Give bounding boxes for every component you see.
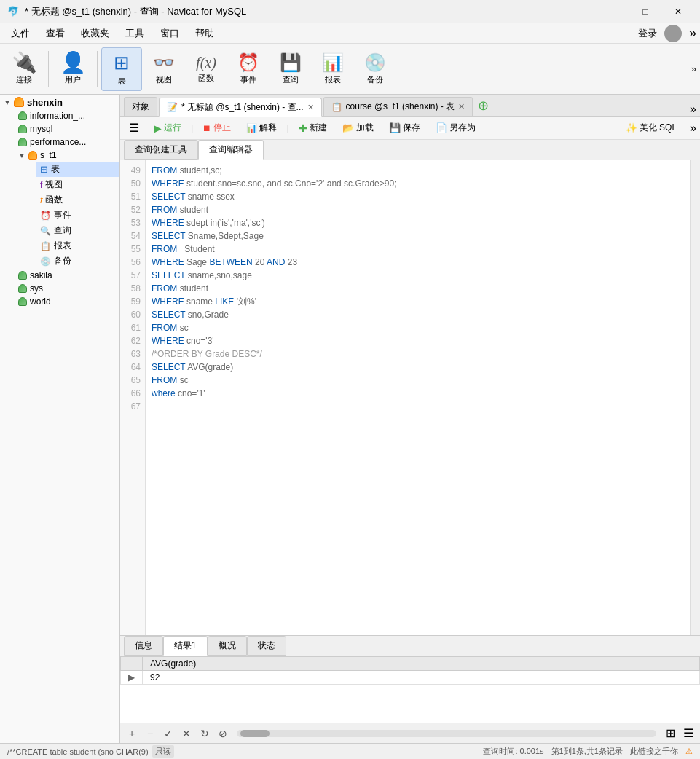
sidebar-item-view[interactable]: f 视图 bbox=[36, 177, 119, 192]
readonly-badge: 只读 bbox=[152, 745, 174, 758]
sakila-label: sakila bbox=[30, 270, 52, 280]
table-label: 表 bbox=[118, 76, 126, 87]
menu-favorites[interactable]: 收藏夹 bbox=[74, 25, 117, 42]
editor-scrollbar[interactable] bbox=[690, 160, 700, 635]
more-icon[interactable]: » bbox=[689, 25, 696, 41]
beautify-label: 美化 SQL bbox=[640, 122, 677, 134]
hamburger-button[interactable]: ☰ bbox=[124, 118, 144, 138]
code-editor[interactable]: FROM student,sc; WHERE student.sno=sc.sn… bbox=[146, 160, 690, 635]
tab-add-button[interactable]: ⊕ bbox=[474, 97, 492, 114]
sidebar-db-information[interactable]: information_... bbox=[15, 109, 119, 122]
menu-file[interactable]: 文件 bbox=[4, 25, 37, 42]
tab-query-active[interactable]: 📝 * 无标题 @s_t1 (shenxin) - 查... ✕ bbox=[159, 98, 322, 117]
backup-label: 备份 bbox=[367, 74, 383, 85]
explain-button[interactable]: 📊 解释 bbox=[240, 119, 283, 136]
sec-toolbar-more[interactable]: » bbox=[690, 122, 696, 135]
row-arrow: ▶ bbox=[121, 671, 143, 685]
shenxin-children: information_... mysql performance... ▼ s… bbox=[0, 109, 119, 308]
code-line-66: where cno='1' bbox=[152, 387, 684, 400]
save-button[interactable]: 💾 保存 bbox=[383, 119, 426, 136]
sidebar-item-event[interactable]: ⏰ 事件 bbox=[36, 208, 119, 223]
sidebar-item-table[interactable]: ⊞ 表 bbox=[36, 162, 119, 177]
view-icon: 👓 bbox=[153, 52, 175, 73]
query-item-label: 查询 bbox=[54, 224, 71, 237]
toolbar-function[interactable]: f(x) 函数 bbox=[186, 47, 227, 91]
toolbar-user[interactable]: 👤 用户 bbox=[52, 47, 93, 91]
code-line-51: SELECT sname ssex bbox=[152, 190, 684, 203]
toolbar-connect[interactable]: 🔌 连接 bbox=[4, 47, 44, 91]
menu-help[interactable]: 帮助 bbox=[188, 25, 221, 42]
tab-course-close[interactable]: ✕ bbox=[458, 102, 465, 111]
run-button[interactable]: ▶ 运行 bbox=[148, 119, 187, 136]
user-icon: 👤 bbox=[60, 52, 86, 73]
subtab-create-tool[interactable]: 查询创建工具 bbox=[124, 140, 198, 160]
table-row: ▶ 92 bbox=[121, 671, 700, 685]
sidebar-item-query[interactable]: 🔍 查询 bbox=[36, 223, 119, 238]
sidebar-db-s_t1[interactable]: ▼ s_t1 bbox=[15, 149, 119, 162]
toolbar-query[interactable]: 💾 查询 bbox=[270, 47, 311, 91]
tab-query-close[interactable]: ✕ bbox=[307, 103, 314, 112]
table-icon: ⊞ bbox=[114, 52, 130, 74]
menu-tools[interactable]: 工具 bbox=[118, 25, 152, 42]
sidebar-db-performance[interactable]: performance... bbox=[15, 135, 119, 149]
secondary-toolbar: ☰ ▶ 运行 | ⏹ 停止 📊 解释 | ✚ 新建 📂 加载 bbox=[120, 117, 700, 140]
add-record-button[interactable]: + bbox=[124, 725, 140, 742]
sidebar: ▼ shenxin information_... mysql performa… bbox=[0, 95, 120, 743]
delete-button[interactable]: ✕ bbox=[178, 725, 194, 742]
close-button[interactable]: ✕ bbox=[664, 0, 693, 23]
event-label: 事件 bbox=[240, 74, 256, 85]
toolbar-event[interactable]: ⏰ 事件 bbox=[228, 47, 269, 91]
grid-view-button[interactable]: ⊞ bbox=[662, 725, 678, 742]
toolbar-report[interactable]: 📊 报表 bbox=[312, 47, 353, 91]
report-item-label: 报表 bbox=[54, 240, 71, 252]
minimize-button[interactable]: — bbox=[598, 0, 627, 23]
code-line-49: FROM student,sc; bbox=[152, 164, 684, 177]
s_t1-label: s_t1 bbox=[40, 150, 57, 160]
results-table-area[interactable]: AVG(grade) ▶ 92 bbox=[120, 656, 700, 723]
view-label: 视图 bbox=[156, 74, 172, 85]
res-tab-status[interactable]: 状态 bbox=[247, 636, 286, 656]
cancel-button[interactable]: ⊘ bbox=[215, 725, 231, 742]
res-tab-overview[interactable]: 概况 bbox=[208, 636, 247, 656]
new-button[interactable]: ✚ 新建 bbox=[293, 119, 333, 136]
sidebar-db-shenxin[interactable]: ▼ shenxin bbox=[0, 95, 119, 109]
beautify-button[interactable]: ✨ 美化 SQL bbox=[620, 119, 683, 136]
tab-object[interactable]: 对象 bbox=[124, 97, 157, 116]
subtab-editor[interactable]: 查询编辑器 bbox=[198, 140, 264, 160]
toolbar-backup[interactable]: 💿 备份 bbox=[355, 47, 396, 91]
list-view-button[interactable]: ☰ bbox=[680, 725, 696, 742]
menu-view[interactable]: 查看 bbox=[39, 25, 72, 42]
tab-more-arrow[interactable]: » bbox=[690, 103, 696, 116]
stop-button[interactable]: ⏹ 停止 bbox=[197, 119, 237, 136]
sidebar-db-sys[interactable]: sys bbox=[15, 282, 119, 295]
toolbar-view[interactable]: 👓 视图 bbox=[143, 47, 184, 91]
title-bar: 🐬 * 无标题 @s_t1 (shenxin) - 查询 - Navicat f… bbox=[0, 0, 700, 23]
sidebar-db-sakila[interactable]: sakila bbox=[15, 269, 119, 282]
sidebar-item-backup[interactable]: 💿 备份 bbox=[36, 253, 119, 269]
check-button[interactable]: ✓ bbox=[160, 725, 176, 742]
toolbar-sep-1 bbox=[48, 51, 49, 87]
maximize-button[interactable]: □ bbox=[631, 0, 660, 23]
horizontal-scrollbar[interactable] bbox=[237, 730, 656, 737]
toolbar-extra-arrow[interactable]: » bbox=[691, 63, 696, 74]
toolbar-table[interactable]: ⊞ 表 bbox=[101, 47, 142, 91]
res-tab-info[interactable]: 信息 bbox=[124, 636, 163, 656]
refresh-button[interactable]: ↻ bbox=[197, 725, 213, 742]
save-as-button[interactable]: 📄 另存为 bbox=[430, 119, 481, 136]
backup-type-icon: 💿 bbox=[40, 256, 51, 267]
tab-query-label: * 无标题 @s_t1 (shenxin) - 查... bbox=[181, 101, 304, 114]
sidebar-db-world[interactable]: world bbox=[15, 295, 119, 308]
sidebar-item-report[interactable]: 📋 报表 bbox=[36, 238, 119, 253]
title-text: * 无标题 @s_t1 (shenxin) - 查询 - Navicat for… bbox=[25, 5, 598, 18]
sidebar-db-mysql[interactable]: mysql bbox=[15, 122, 119, 135]
login-button[interactable]: 登录 bbox=[638, 27, 657, 40]
code-line-58: FROM student bbox=[152, 282, 684, 295]
res-tab-result1[interactable]: 结果1 bbox=[163, 636, 208, 656]
tab-course[interactable]: 📋 course @s_t1 (shenxin) - 表 ✕ bbox=[323, 97, 473, 116]
shenxin-label: shenxin bbox=[27, 97, 63, 108]
subtab-create-tool-label: 查询创建工具 bbox=[135, 144, 187, 154]
sidebar-item-function[interactable]: f 函数 bbox=[36, 192, 119, 208]
load-button[interactable]: 📂 加载 bbox=[337, 119, 380, 136]
menu-window[interactable]: 窗口 bbox=[153, 25, 186, 42]
remove-record-button[interactable]: − bbox=[142, 725, 158, 742]
